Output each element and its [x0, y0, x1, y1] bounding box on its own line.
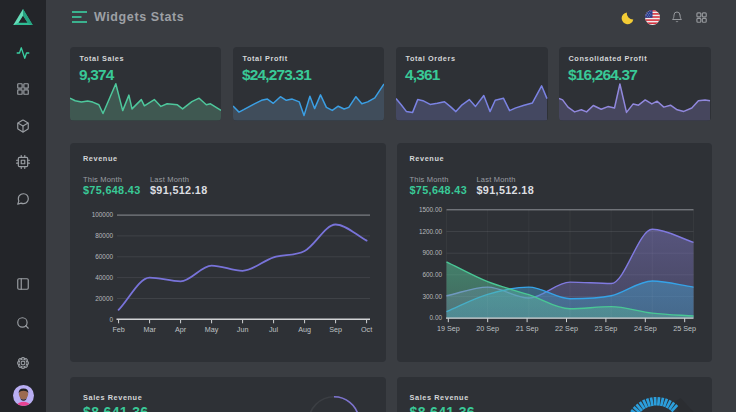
svg-text:Jun: Jun — [237, 325, 249, 334]
svg-text:Jul: Jul — [269, 325, 279, 334]
svg-text:23 Sep: 23 Sep — [594, 324, 617, 333]
svg-text:Feb: Feb — [112, 325, 124, 334]
svg-text:40000: 40000 — [95, 274, 113, 281]
svg-text:Mar: Mar — [143, 325, 156, 334]
svg-text:May: May — [205, 325, 219, 334]
svg-text:0: 0 — [109, 316, 113, 323]
svg-text:20000: 20000 — [95, 295, 113, 302]
svg-text:21 Sep: 21 Sep — [515, 324, 538, 333]
svg-text:1500.00: 1500.00 — [418, 206, 442, 213]
svg-text:25 Sep: 25 Sep — [673, 324, 696, 333]
svg-text:900.00: 900.00 — [422, 249, 442, 256]
svg-text:Sep: Sep — [329, 325, 342, 334]
svg-text:300.00: 300.00 — [422, 293, 442, 300]
svg-text:0.00: 0.00 — [429, 314, 442, 321]
svg-text:Apr: Apr — [175, 325, 187, 334]
svg-text:Aug: Aug — [298, 325, 311, 334]
svg-text:22 Sep: 22 Sep — [555, 324, 578, 333]
svg-text:20 Sep: 20 Sep — [476, 324, 499, 333]
svg-text:1200.00: 1200.00 — [418, 228, 442, 235]
svg-text:80000: 80000 — [95, 232, 113, 239]
svg-text:19 Sep: 19 Sep — [436, 324, 459, 333]
svg-text:600.00: 600.00 — [422, 271, 442, 278]
svg-text:100000: 100000 — [92, 211, 114, 218]
svg-text:24 Sep: 24 Sep — [633, 324, 656, 333]
svg-text:60000: 60000 — [95, 253, 113, 260]
svg-text:Oct: Oct — [361, 325, 372, 334]
